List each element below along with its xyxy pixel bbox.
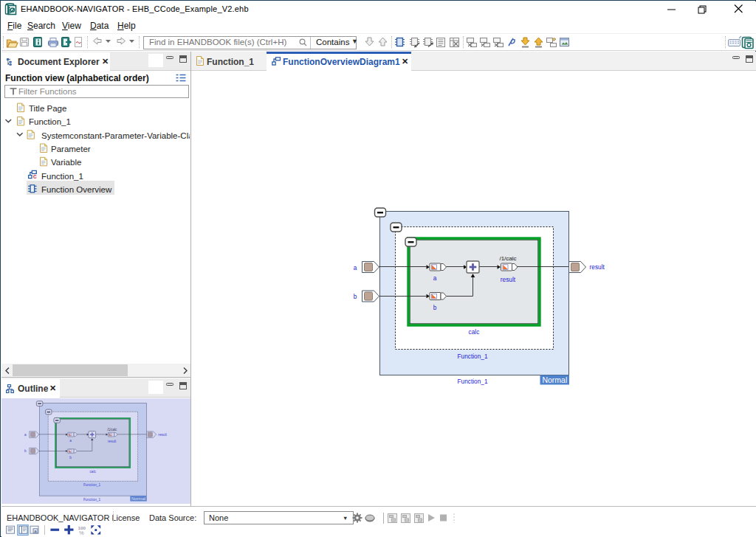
svg-text:calc: calc [469,328,480,336]
svg-text:a: a [354,264,357,271]
svg-text:result: result [501,276,516,283]
svg-text:Function_1: Function_1 [457,353,487,360]
svg-text:result: result [590,263,605,271]
svg-text:Normal: Normal [542,375,567,384]
svg-text:/1/calc: /1/calc [499,255,516,262]
svg-text:Function_1: Function_1 [457,378,487,385]
svg-text:%: % [79,530,84,536]
svg-text:b: b [433,304,437,311]
svg-text:a: a [433,274,437,282]
svg-text:b: b [354,293,357,300]
svg-text:c: c [33,173,37,180]
